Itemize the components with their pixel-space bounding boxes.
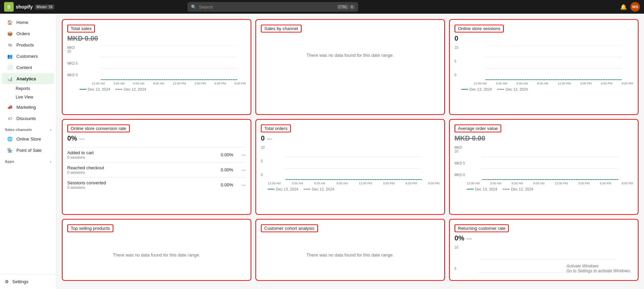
search-shortcuts: CTRL K [337,5,355,9]
main-content: Total sales MKD 0.00 MKD 0 MKD 5 MKD 10 [56,14,644,289]
search-input[interactable] [199,4,334,10]
sidebar: 🏠 Home 📦 Orders 🛍 Products 👥 Customers 📄… [0,14,56,289]
pos-icon: 🏪 [7,147,13,153]
sidebar-item-orders[interactable]: 📦 Orders [2,28,54,39]
legend-line-solid-avg [467,189,474,189]
legend-dec12: Dec 12, 2024 [115,87,146,91]
total-sales-y-labels: MKD 0 MKD 5 MKD 10 [67,46,79,77]
conversion-row-converted: Sessions converted 0 sessions 0.00% — [67,177,246,192]
y-label-10: MKD 10 [67,46,79,53]
sidebar-item-content[interactable]: 📄 Content [2,62,54,73]
sessions-converted-dash: — [241,182,246,187]
y-label-5: MKD 5 [454,161,466,165]
sales-channels-section: Sales channels › [0,124,56,133]
sidebar-item-settings[interactable]: ⚙ Settings [5,277,51,286]
legend-dec13-sessions-label: Dec 13, 2024 [470,87,492,91]
y-label-10: MKD 10 [454,146,466,153]
total-sales-value: MKD 0.00 [67,35,98,42]
sidebar-item-reports[interactable]: Reports [2,84,54,93]
sidebar-nav: 🏠 Home 📦 Orders 🛍 Products 👥 Customers 📄… [0,14,56,274]
sidebar-item-label-products: Products [16,42,34,48]
returning-customer-rate-card: Returning customer rate 0% — 5 10 [449,219,639,281]
total-orders-dash: — [267,136,272,142]
total-sales-card: Total sales MKD 0.00 MKD 0 MKD 5 MKD 10 [62,19,251,115]
winter-badge: Winter '25 [35,4,54,10]
total-orders-value-row: 0 — [261,134,439,143]
analytics-icon: 📊 [7,76,13,82]
sidebar-footer: ⚙ Settings [0,274,56,289]
returning-customer-rate-title: Returning customer rate [458,226,505,231]
legend-line-dashed-orders [304,189,310,189]
sidebar-item-online-store[interactable]: 🌐 Online Store [2,133,54,144]
added-cart-label: Added to cart [67,150,94,155]
total-orders-x-labels: 12:00 AM3:00 AM6:00 AM9:00 AM12:00 PM3:0… [268,182,439,185]
sidebar-item-liveview[interactable]: Live View [2,93,54,101]
sidebar-item-home[interactable]: 🏠 Home [2,17,54,28]
expand-apps-icon[interactable]: › [50,160,51,163]
legend-dec13: Dec 13, 2024 [80,87,110,91]
sidebar-sub-label-liveview: Live View [16,95,33,100]
top-selling-products-card: Top selling products There was no data f… [62,219,251,281]
reached-checkout-dash: — [241,167,246,172]
sidebar-item-analytics[interactable]: 📊 Analytics [2,73,54,84]
y-label-0: MKD 0 [67,73,79,77]
avg-order-value-val: MKD 0.00 [454,134,485,142]
conversion-value: 0% [67,134,77,142]
avatar[interactable]: MS [630,2,640,12]
apps-label: Apps [5,159,14,163]
sidebar-item-label-content: Content [16,65,32,70]
sidebar-item-products[interactable]: 🛍 Products [2,39,54,50]
sidebar-item-marketing[interactable]: 📣 Marketing [2,102,54,113]
online-sessions-legend: Dec 13, 2024 Dec 12, 2024 [454,87,633,91]
expand-sales-channels-icon[interactable]: › [50,128,51,132]
legend-dec13-label: Dec 13, 2024 [88,87,110,91]
sessions-converted-label: Sessions converted [67,180,106,185]
avg-order-svg [467,146,633,180]
legend-dec13-orders-label: Dec 13, 2024 [276,187,298,191]
y-label-0: MKD 0 [454,173,466,177]
y-label-0: 0 [454,73,459,77]
returning-rate-value-row: 0% — [454,234,633,243]
activate-windows-notice: Activate WindowsGo to Settings to activa… [566,264,631,273]
legend-dec12-sessions: Dec 12, 2024 [497,87,528,91]
total-sales-title: Total sales [71,26,92,31]
sales-channels-label: Sales channels [5,128,32,132]
sidebar-item-discounts[interactable]: 🏷 Discounts [2,113,54,124]
search-bar[interactable]: 🔍 CTRL K [187,2,358,12]
sidebar-item-customers[interactable]: 👥 Customers [2,51,54,62]
reached-checkout-label: Reached checkout [67,165,104,170]
added-cart-sub: 0 sessions [67,155,94,159]
legend-dec12-sessions-label: Dec 12, 2024 [505,87,528,91]
ctrl-key: CTRL [337,5,349,9]
topbar-right: 🔔 MS [620,2,640,12]
avg-order-value-title: Average order value [458,126,498,131]
settings-icon: ⚙ [5,279,9,284]
conversion-dash: — [79,136,85,142]
customer-cohort-title: Customer cohort analysis [264,226,314,231]
y-label-5: 5 [261,159,266,163]
apps-section: Apps › [0,156,56,165]
legend-dec13-avg: Dec 13, 2024 [467,187,497,191]
online-store-sessions-card: Online store sessions 0 0 5 10 [449,19,639,115]
sidebar-item-label-settings: Settings [12,279,28,284]
y-label-5: 5 [454,267,459,271]
shopify-icon: S [4,2,14,12]
customers-icon: 👥 [7,53,13,59]
y-label-10: 10 [454,46,459,50]
returning-rate-value: 0% [454,234,464,242]
online-sessions-chart: 0 5 10 12:0 [454,46,633,85]
legend-dec12-label: Dec 12, 2024 [124,87,146,91]
total-orders-value: 0 [261,134,265,142]
conversion-rate-title: Online store conversion rate [71,126,126,131]
sidebar-sub-label-reports: Reports [16,86,30,91]
top-selling-products-no-data: There was no data found for this date ra… [67,234,246,275]
content-icon: 📄 [7,64,13,70]
total-sales-chart: MKD 0 MKD 5 MKD 10 [67,46,246,85]
total-orders-title: Total orders [264,126,288,131]
added-cart-val: 0.00% [221,152,233,157]
sidebar-item-pos[interactable]: 🏪 Point of Sale [2,145,54,156]
online-store-sessions-title: Online store sessions [458,26,500,31]
notification-icon[interactable]: 🔔 [620,4,627,10]
topbar: S shopify Winter '25 🔍 CTRL K 🔔 MS [0,0,644,14]
online-sessions-svg [474,46,633,80]
